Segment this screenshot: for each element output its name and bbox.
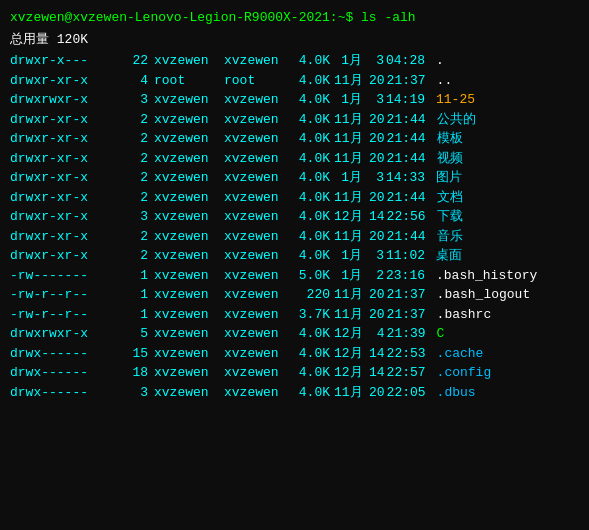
file-owner: xvzewen	[154, 110, 224, 130]
file-day: 20	[365, 227, 385, 247]
table-row: drwxr-xr-x 2 xvzewen xvzewen 4.0K 11月 20…	[10, 227, 579, 247]
file-size: 4.0K	[294, 227, 330, 247]
file-day: 20	[365, 110, 385, 130]
file-links: 2	[120, 246, 148, 266]
file-group: xvzewen	[224, 51, 294, 71]
file-time: 21:37	[387, 285, 433, 305]
file-month: 1月	[334, 168, 362, 188]
file-month: 11月	[334, 188, 363, 208]
file-links: 3	[120, 90, 148, 110]
file-time: 11:02	[386, 246, 432, 266]
file-links: 18	[120, 363, 148, 383]
file-owner: xvzewen	[154, 305, 224, 325]
file-name: 文档	[437, 188, 463, 208]
file-owner: root	[154, 71, 224, 91]
file-size: 4.0K	[294, 207, 330, 227]
file-day: 20	[365, 71, 385, 91]
file-links: 2	[120, 110, 148, 130]
table-row: -rw-r--r-- 1 xvzewen xvzewen 220 11月 20 …	[10, 285, 579, 305]
table-row: drwxr-x--- 22 xvzewen xvzewen 4.0K 1月 3 …	[10, 51, 579, 71]
file-permissions: drwxr-xr-x	[10, 227, 120, 247]
file-list: drwxr-x--- 22 xvzewen xvzewen 4.0K 1月 3 …	[10, 51, 579, 402]
file-size: 4.0K	[294, 71, 330, 91]
file-owner: xvzewen	[154, 149, 224, 169]
file-owner: xvzewen	[154, 207, 224, 227]
file-day: 14	[365, 363, 385, 383]
file-group: xvzewen	[224, 246, 294, 266]
file-day: 20	[365, 129, 385, 149]
table-row: drwxr-xr-x 4 root root 4.0K 11月 20 21:37…	[10, 71, 579, 91]
file-month: 11月	[334, 149, 363, 169]
file-size: 4.0K	[294, 110, 330, 130]
file-links: 15	[120, 344, 148, 364]
file-month: 12月	[334, 324, 363, 344]
file-name: 公共的	[437, 110, 476, 130]
file-name: ..	[437, 71, 453, 91]
file-group: xvzewen	[224, 188, 294, 208]
table-row: drwxr-xr-x 2 xvzewen xvzewen 4.0K 11月 20…	[10, 149, 579, 169]
file-links: 4	[120, 71, 148, 91]
file-name: 桌面	[436, 246, 462, 266]
file-day: 3	[364, 246, 384, 266]
file-group: xvzewen	[224, 110, 294, 130]
file-month: 1月	[334, 51, 362, 71]
file-owner: xvzewen	[154, 188, 224, 208]
table-row: drwxr-xr-x 2 xvzewen xvzewen 4.0K 1月 3 1…	[10, 246, 579, 266]
file-name: 模板	[437, 129, 463, 149]
table-row: drwxr-xr-x 2 xvzewen xvzewen 4.0K 11月 20…	[10, 110, 579, 130]
file-name: .dbus	[437, 383, 476, 403]
file-owner: xvzewen	[154, 246, 224, 266]
file-size: 4.0K	[294, 188, 330, 208]
file-size: 4.0K	[294, 324, 330, 344]
file-group: xvzewen	[224, 344, 294, 364]
file-month: 11月	[334, 71, 363, 91]
file-day: 14	[365, 207, 385, 227]
file-time: 22:57	[387, 363, 433, 383]
file-time: 14:33	[386, 168, 432, 188]
file-name: C	[437, 324, 445, 344]
table-row: drwx------ 3 xvzewen xvzewen 4.0K 11月 20…	[10, 383, 579, 403]
file-permissions: drwxr-xr-x	[10, 207, 120, 227]
file-group: xvzewen	[224, 285, 294, 305]
file-day: 3	[364, 51, 384, 71]
table-row: drwxr-xr-x 2 xvzewen xvzewen 4.0K 11月 20…	[10, 188, 579, 208]
file-group: xvzewen	[224, 324, 294, 344]
table-row: drwx------ 18 xvzewen xvzewen 4.0K 12月 1…	[10, 363, 579, 383]
file-group: xvzewen	[224, 207, 294, 227]
file-time: 22:05	[387, 383, 433, 403]
file-name: .bash_logout	[437, 285, 531, 305]
file-name: 下载	[437, 207, 463, 227]
file-owner: xvzewen	[154, 285, 224, 305]
file-month: 11月	[334, 129, 363, 149]
file-owner: xvzewen	[154, 383, 224, 403]
file-size: 4.0K	[294, 246, 330, 266]
file-month: 11月	[334, 227, 363, 247]
table-row: -rw------- 1 xvzewen xvzewen 5.0K 1月 2 2…	[10, 266, 579, 286]
file-owner: xvzewen	[154, 363, 224, 383]
file-size: 4.0K	[294, 51, 330, 71]
file-permissions: drwxr-xr-x	[10, 188, 120, 208]
file-group: xvzewen	[224, 266, 294, 286]
file-time: 22:56	[387, 207, 433, 227]
file-day: 20	[365, 149, 385, 169]
file-time: 21:44	[387, 227, 433, 247]
file-day: 2	[364, 266, 384, 286]
file-month: 12月	[334, 344, 363, 364]
file-time: 14:19	[386, 90, 432, 110]
file-name: .bash_history	[436, 266, 537, 286]
table-row: drwxr-xr-x 2 xvzewen xvzewen 4.0K 1月 3 1…	[10, 168, 579, 188]
file-size: 4.0K	[294, 363, 330, 383]
file-name: 视频	[437, 149, 463, 169]
file-permissions: drwx------	[10, 363, 120, 383]
file-group: root	[224, 71, 294, 91]
terminal-window: xvzewen@xvzewen-Lenovo-Legion-R9000X-202…	[0, 0, 589, 530]
file-permissions: drwxrwxr-x	[10, 90, 120, 110]
table-row: -rw-r--r-- 1 xvzewen xvzewen 3.7K 11月 20…	[10, 305, 579, 325]
file-time: 21:39	[387, 324, 433, 344]
file-day: 20	[365, 383, 385, 403]
file-time: 04:28	[386, 51, 432, 71]
file-group: xvzewen	[224, 168, 294, 188]
file-day: 20	[365, 188, 385, 208]
file-day: 4	[365, 324, 385, 344]
file-time: 21:44	[387, 129, 433, 149]
